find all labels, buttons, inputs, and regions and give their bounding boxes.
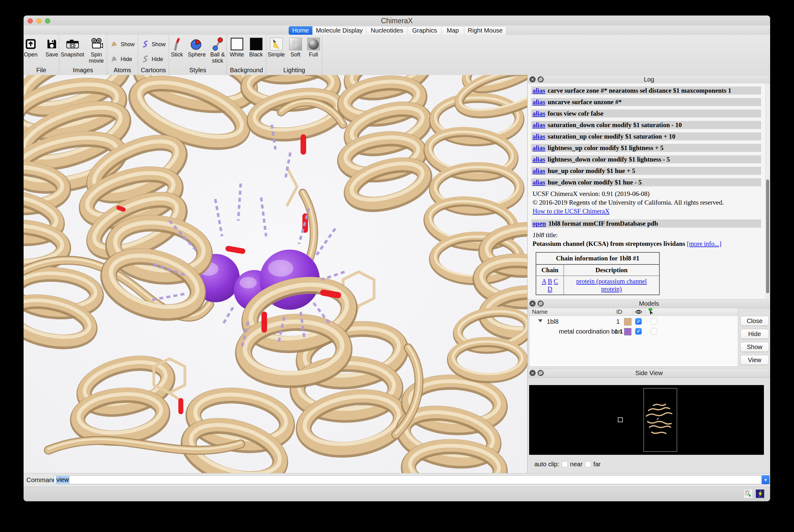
open-command-line: open1bl8 format mmCIF fromDatabase pdb: [531, 220, 761, 228]
chain-d-link[interactable]: D: [548, 285, 552, 293]
models-show-button[interactable]: Show: [740, 342, 769, 352]
models-body: Name ID: [528, 299, 770, 367]
titlebar: ChimeraX: [23, 16, 770, 26]
toolbar-spacer: [322, 35, 770, 75]
simple-lighting-button[interactable]: Simple: [267, 37, 285, 58]
model-shown-checkbox[interactable]: [635, 328, 642, 335]
model-shown-checkbox[interactable]: [635, 318, 642, 325]
pdb-title-label: 1bl8 title:: [531, 231, 761, 239]
name-column-header[interactable]: Name: [532, 308, 548, 315]
open-button[interactable]: Open: [23, 37, 40, 58]
alias-link[interactable]: alias: [533, 121, 545, 129]
id-column-header[interactable]: ID: [616, 308, 622, 315]
black-swatch: [250, 37, 263, 51]
model-select-checkbox[interactable]: [651, 318, 657, 325]
tab-graphics[interactable]: Graphics: [408, 26, 442, 35]
camera-icon: [66, 37, 79, 51]
alias-link[interactable]: alias: [533, 167, 545, 174]
models-view-button[interactable]: View: [740, 355, 769, 365]
toolbar-section-background: White Black Background: [227, 35, 266, 75]
section-label-file: File: [36, 66, 46, 75]
model-select-checkbox[interactable]: [651, 328, 657, 335]
section-label-background: Background: [230, 66, 263, 75]
movie-camera-icon: [90, 37, 103, 51]
near-clip-checkbox[interactable]: [562, 461, 568, 467]
alias-link[interactable]: alias: [533, 98, 545, 106]
tab-right-mouse[interactable]: Right Mouse: [464, 26, 506, 35]
far-label: far: [593, 461, 601, 468]
alias-link[interactable]: alias: [533, 144, 545, 152]
tab-molecule-display[interactable]: Molecule Display: [313, 26, 366, 35]
cartoon-show-icon: [141, 40, 149, 49]
open-link[interactable]: open: [533, 220, 546, 227]
ball-and-stick-icon: [211, 37, 224, 51]
fast-mode-lightning-icon[interactable]: [756, 489, 764, 498]
side-view-body: auto clip: near far: [528, 368, 770, 473]
more-info-link[interactable]: [more info...]: [687, 240, 721, 247]
home-toolbar: Open Save File: [23, 35, 770, 75]
command-label: Command:: [26, 476, 58, 483]
command-history-dropdown[interactable]: [762, 475, 770, 484]
open-icon: [24, 37, 38, 51]
log-line: aliasuncarve surface unzone #*: [531, 98, 761, 106]
chain-b-link[interactable]: B: [548, 278, 552, 285]
alias-link[interactable]: alias: [533, 133, 545, 140]
models-hide-button[interactable]: Hide: [740, 329, 769, 339]
molecule-3d-view[interactable]: [23, 75, 527, 473]
model-color-swatch[interactable]: [624, 328, 631, 336]
side-view-canvas[interactable]: [529, 385, 764, 455]
ball-stick-style-button[interactable]: Ball & stick: [209, 37, 226, 64]
alias-link[interactable]: alias: [533, 87, 545, 94]
alias-link[interactable]: alias: [533, 110, 545, 117]
section-label-images: Images: [73, 66, 93, 75]
stick-style-button[interactable]: Stick: [169, 37, 185, 58]
model-row-1bl8[interactable]: 1bl8 1: [530, 318, 738, 326]
status-bar: [23, 487, 770, 501]
model-row-metal-coordination[interactable]: metal coordination bon... 1.1: [530, 327, 738, 336]
log-body[interactable]: aliascarve surface zone #* nearatoms sel…: [528, 83, 765, 299]
model-color-swatch[interactable]: [624, 318, 631, 325]
cite-link[interactable]: How to cite UCSF ChimeraX: [533, 207, 609, 215]
snapshot-button[interactable]: Snapshot: [60, 37, 84, 58]
save-button[interactable]: Save: [43, 37, 61, 58]
cartoons-show-button[interactable]: Show: [141, 39, 166, 51]
soft-lighting-button[interactable]: Soft: [288, 37, 303, 58]
chain-description-link[interactable]: protein (potassium channel protein): [576, 278, 647, 293]
tab-nucleotides[interactable]: Nucleotides: [366, 26, 408, 35]
disclosure-triangle-icon[interactable]: [538, 319, 542, 322]
chain-a-link[interactable]: A: [542, 278, 546, 285]
selection-tool-icon[interactable]: [744, 489, 753, 498]
models-close-button[interactable]: Close: [740, 316, 769, 326]
chain-c-link[interactable]: C: [554, 278, 558, 285]
full-lighting-button[interactable]: Full: [306, 37, 321, 58]
tab-home[interactable]: Home: [289, 26, 313, 35]
version-line: UCSF ChimeraX version: 0.91 (2019-06-08): [531, 190, 761, 198]
section-label-lighting: Lighting: [283, 66, 305, 75]
atoms-show-button[interactable]: Show: [110, 39, 135, 51]
sphere-style-button[interactable]: Sphere: [188, 37, 206, 58]
tab-map[interactable]: Map: [442, 26, 464, 35]
white-background-button[interactable]: White: [229, 37, 245, 58]
main-area: Log aliascarve surface zone #* nearatoms…: [23, 75, 770, 473]
log-scrollbar[interactable]: [765, 83, 770, 299]
section-label-atoms: Atoms: [113, 66, 131, 75]
select-column-pointer-icon[interactable]: [647, 308, 654, 317]
alias-link[interactable]: alias: [533, 178, 545, 186]
toolbar-section-styles: Stick Sphere Ball & stick: [169, 35, 227, 75]
black-background-button[interactable]: Black: [248, 37, 264, 58]
section-label-styles: Styles: [189, 66, 206, 75]
log-line: aliashue_up color modify $1 hue + 5: [531, 167, 761, 175]
log-scrollbar-thumb[interactable]: [766, 179, 769, 293]
cartoons-hide-button[interactable]: Hide: [141, 54, 163, 65]
far-clip-checkbox[interactable]: [585, 461, 591, 467]
toolbar-section-file: Open Save File: [23, 35, 59, 75]
spin-movie-button[interactable]: Spin movie: [88, 37, 106, 64]
command-input[interactable]: view: [54, 475, 762, 484]
graphics-viewport: [23, 75, 527, 473]
toolbar-section-atoms: Show Hide Atoms: [107, 35, 138, 75]
alias-link[interactable]: alias: [533, 156, 545, 163]
atoms-hide-button[interactable]: Hide: [110, 54, 132, 65]
toolbar-section-images: Snapshot Spin movie Images: [59, 35, 107, 75]
shown-column-eye-icon[interactable]: [635, 309, 642, 316]
desktop: ChimeraX Home Molecule Display Nucleotid…: [0, 0, 794, 532]
